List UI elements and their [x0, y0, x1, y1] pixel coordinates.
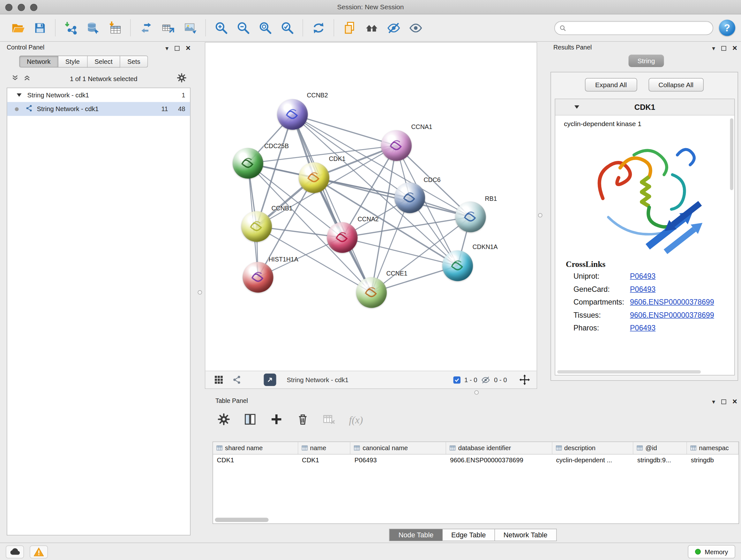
control-panel: Control Panel ▾ × NetworkStyleSelectSets… [0, 42, 201, 543]
right-splitter-handle[interactable] [538, 213, 542, 218]
table-horizontal-scrollbar[interactable] [215, 518, 269, 522]
table-cell[interactable]: CDK1 [298, 455, 351, 467]
column-header-@id[interactable]: @id [633, 442, 687, 454]
network-row-selected[interactable]: String Network - cdk1 11 48 [7, 102, 190, 116]
search-box[interactable] [554, 21, 713, 35]
network-options-gear-icon[interactable] [177, 72, 187, 84]
network-node-hist1h1a[interactable] [243, 262, 273, 293]
hide-selected-eye-icon[interactable] [383, 17, 405, 38]
expand-all-networks-icon[interactable] [23, 74, 31, 83]
network-edge[interactable] [314, 178, 471, 217]
memory-button[interactable]: Memory [688, 545, 735, 558]
import-database-icon[interactable] [82, 17, 104, 38]
tab-node-table[interactable]: Node Table [389, 529, 443, 541]
crosslink-link[interactable]: P06493 [630, 324, 656, 332]
network-node-ccnb1[interactable] [241, 211, 272, 242]
results-panel-float-icon[interactable]: ▾ [712, 45, 715, 51]
grid-view-icon[interactable] [214, 375, 224, 385]
open-folder-icon[interactable] [7, 17, 29, 38]
results-tab-string[interactable]: String [629, 55, 664, 67]
table-to-network-icon[interactable] [157, 17, 179, 38]
add-column-icon[interactable] [270, 413, 283, 428]
cloud-button[interactable] [6, 545, 24, 558]
tab-network[interactable]: Network [19, 56, 58, 68]
table-panel-close-icon[interactable]: × [732, 397, 737, 406]
table-settings-gear-icon[interactable] [217, 413, 230, 428]
gene-box-vertical-scrollbar[interactable] [730, 118, 734, 190]
export-image-icon[interactable] [179, 17, 201, 38]
network-canvas[interactable]: CCNB2CCNA1CDC25BCDK1CDC6RB1CCNB1CCNA2CDK… [205, 43, 537, 372]
crosslink-link[interactable]: 9606.ENSP00000378699 [630, 298, 714, 307]
tab-sets[interactable]: Sets [120, 56, 148, 68]
table-cell[interactable]: 9606.ENSP00000378699 [446, 455, 552, 467]
zoom-in-icon[interactable] [210, 17, 232, 38]
network-node-ccne1[interactable] [356, 277, 387, 308]
column-header-namespac[interactable]: namespac [687, 442, 739, 454]
network-merge-icon[interactable] [135, 17, 157, 38]
duplicate-document-icon[interactable] [339, 17, 360, 38]
network-collection-row[interactable]: String Network - cdk1 1 [7, 88, 190, 102]
refresh-icon[interactable] [307, 17, 329, 38]
crosslink-link[interactable]: P06493 [630, 272, 656, 281]
control-panel-close-icon[interactable]: × [186, 44, 191, 52]
delete-column-icon[interactable] [296, 413, 310, 428]
table-row[interactable]: CDK1CDK1P064939606.ENSP00000378699cyclin… [213, 455, 739, 467]
save-session-icon[interactable] [29, 17, 51, 38]
table-cell[interactable]: CDK1 [213, 455, 298, 467]
collapse-all-button[interactable]: Collapse All [649, 78, 704, 91]
table-panel-maximize-icon[interactable] [722, 399, 726, 404]
control-panel-float-icon[interactable]: ▾ [165, 45, 169, 51]
table-cell[interactable]: P06493 [351, 455, 446, 467]
column-header-database-identifier[interactable]: database identifier [446, 442, 552, 454]
table-panel-float-icon[interactable]: ▾ [712, 398, 715, 405]
zoom-out-icon[interactable] [232, 17, 254, 38]
column-header-shared-name[interactable]: shared name [213, 442, 298, 454]
gene-header[interactable]: CDK1 [555, 99, 734, 116]
table-cell[interactable]: cyclin-dependent ... [552, 455, 634, 467]
pan-move-icon[interactable] [520, 374, 530, 385]
network-node-cdkn1a[interactable] [442, 251, 473, 281]
network-node-ccnb2[interactable] [277, 99, 308, 130]
expand-all-button[interactable]: Expand All [585, 78, 636, 91]
help-button[interactable]: ? [719, 20, 735, 36]
crosslink-link[interactable]: 9606.ENSP00000378699 [630, 311, 714, 320]
tab-edge-table[interactable]: Edge Table [443, 529, 495, 541]
tab-select[interactable]: Select [87, 56, 120, 68]
crosslink-link[interactable]: P06493 [630, 285, 656, 294]
column-header-name[interactable]: name [298, 442, 351, 454]
zoom-selected-icon[interactable] [276, 17, 298, 38]
network-node-rb1[interactable] [455, 202, 486, 233]
network-node-cdc25b[interactable] [232, 148, 263, 179]
tab-style[interactable]: Style [58, 56, 87, 68]
show-columns-icon[interactable] [244, 413, 257, 428]
network-edge[interactable] [293, 115, 397, 146]
network-node-cdc6[interactable] [394, 183, 425, 213]
results-panel-close-icon[interactable]: × [732, 44, 737, 52]
control-panel-maximize-icon[interactable] [175, 46, 180, 51]
gene-box-horizontal-scrollbar[interactable] [557, 370, 701, 374]
birdseye-icon[interactable] [360, 17, 383, 38]
results-panel-maximize-icon[interactable] [722, 46, 726, 51]
network-node-ccna1[interactable] [381, 130, 412, 161]
tab-network-table[interactable]: Network Table [495, 529, 556, 541]
import-table-icon[interactable] [104, 17, 126, 38]
show-eye-icon[interactable] [405, 17, 427, 38]
column-header-description[interactable]: description [552, 442, 634, 454]
table-cell[interactable]: stringdb [687, 455, 739, 467]
table-cell[interactable]: stringdb:9... [633, 455, 687, 467]
import-network-icon[interactable] [60, 17, 82, 38]
search-input[interactable] [569, 24, 708, 32]
left-splitter-handle[interactable] [198, 290, 202, 295]
selected-checkbox-icon[interactable] [453, 376, 461, 383]
network-node-cdk1[interactable] [299, 163, 329, 193]
network-edge[interactable] [293, 115, 372, 293]
network-node-ccna2[interactable] [327, 222, 358, 253]
column-header-canonical-name[interactable]: canonical name [351, 442, 446, 454]
network-list-icon[interactable] [232, 375, 242, 385]
collapse-all-networks-icon[interactable] [11, 74, 19, 83]
warning-button[interactable] [30, 545, 48, 558]
gene-collapse-icon[interactable] [575, 105, 579, 109]
zoom-fit-icon[interactable] [254, 17, 276, 38]
open-in-new-window-button[interactable] [264, 374, 276, 386]
collection-expand-icon[interactable] [17, 94, 22, 97]
